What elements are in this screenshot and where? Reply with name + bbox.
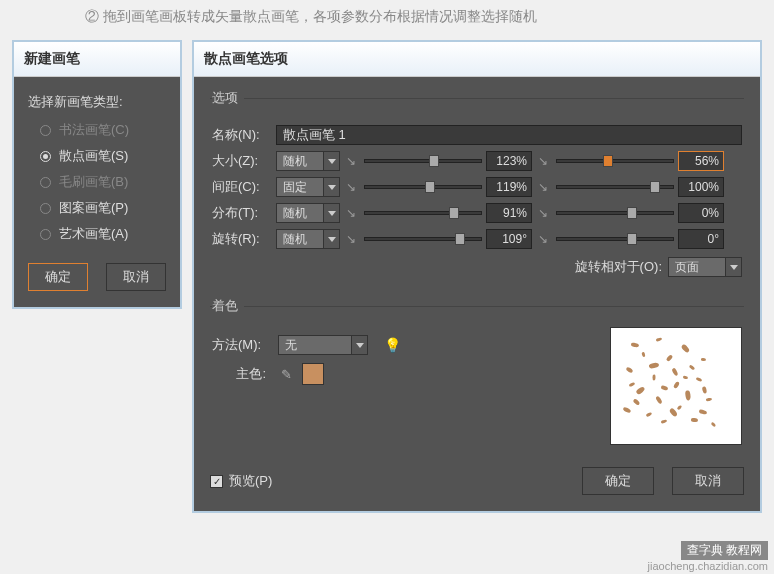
chevron-down-icon bbox=[351, 336, 367, 354]
options-fieldset: 选项 名称(N): 大小(Z): 随机 ↘ ↘ 间距(C): 固定 ↘ ↘ bbox=[210, 89, 744, 289]
cancel-button[interactable]: 取消 bbox=[106, 263, 166, 291]
chevron-down-icon bbox=[323, 204, 339, 222]
preview-checkbox[interactable]: ✓ 预览(P) bbox=[210, 472, 272, 490]
new-brush-title: 新建画笔 bbox=[14, 42, 180, 77]
radio-art[interactable]: 艺术画笔(A) bbox=[40, 225, 166, 243]
mode-dropdown[interactable]: 随机 bbox=[276, 203, 340, 223]
chevron-down-icon bbox=[725, 258, 741, 276]
name-input[interactable] bbox=[276, 125, 742, 145]
ok-button[interactable]: 确定 bbox=[28, 263, 88, 291]
colorize-fieldset: 着色 方法(M): 无 💡 主色: ✎ bbox=[210, 297, 744, 453]
slider-track-1[interactable] bbox=[364, 159, 482, 163]
options-legend: 选项 bbox=[212, 89, 244, 107]
radio-bristle[interactable]: 毛刷画笔(B) bbox=[40, 173, 166, 191]
link-arrow-icon: ↘ bbox=[346, 154, 360, 168]
value-1[interactable] bbox=[486, 177, 532, 197]
slider-track-2[interactable] bbox=[556, 237, 674, 241]
link-arrow-icon: ↘ bbox=[346, 232, 360, 246]
keycolor-label: 主色: bbox=[212, 365, 270, 383]
value-2[interactable] bbox=[678, 151, 724, 171]
new-brush-dialog: 新建画笔 选择新画笔类型: 书法画笔(C) 散点画笔(S) 毛刷画笔(B) 图案… bbox=[12, 40, 182, 309]
link-arrow-icon: ↘ bbox=[346, 206, 360, 220]
tip-icon[interactable]: 💡 bbox=[384, 337, 401, 353]
method-dropdown[interactable]: 无 bbox=[278, 335, 368, 355]
watermark: 查字典 教程网 jiaocheng.chazidian.com bbox=[648, 541, 768, 572]
link-arrow-icon: ↘ bbox=[538, 154, 552, 168]
select-type-label: 选择新画笔类型: bbox=[28, 93, 166, 111]
colorize-legend: 着色 bbox=[212, 297, 244, 315]
method-label: 方法(M): bbox=[212, 336, 270, 354]
instruction-caption: ② 拖到画笔画板转成矢量散点画笔，各项参数分布根据情况调整选择随机 bbox=[0, 0, 774, 26]
row-label: 间距(C): bbox=[212, 178, 270, 196]
slider-track-1[interactable] bbox=[364, 211, 482, 215]
mode-dropdown[interactable]: 固定 bbox=[276, 177, 340, 197]
chevron-down-icon bbox=[323, 178, 339, 196]
checkbox-icon: ✓ bbox=[210, 475, 223, 488]
radio-pattern[interactable]: 图案画笔(P) bbox=[40, 199, 166, 217]
value-1[interactable] bbox=[486, 229, 532, 249]
slider-track-2[interactable] bbox=[556, 159, 674, 163]
cancel-button[interactable]: 取消 bbox=[672, 467, 744, 495]
scatter-options-title: 散点画笔选项 bbox=[194, 42, 760, 77]
brush-preview bbox=[610, 327, 742, 445]
ok-button[interactable]: 确定 bbox=[582, 467, 654, 495]
rotation-relative-dropdown[interactable]: 页面 bbox=[668, 257, 742, 277]
mode-dropdown[interactable]: 随机 bbox=[276, 229, 340, 249]
row-label: 大小(Z): bbox=[212, 152, 270, 170]
slider-track-2[interactable] bbox=[556, 185, 674, 189]
value-2[interactable] bbox=[678, 177, 724, 197]
row-label: 分布(T): bbox=[212, 204, 270, 222]
link-arrow-icon: ↘ bbox=[538, 180, 552, 194]
value-1[interactable] bbox=[486, 151, 532, 171]
chevron-down-icon bbox=[323, 152, 339, 170]
mode-dropdown[interactable]: 随机 bbox=[276, 151, 340, 171]
scatter-brush-options-dialog: 散点画笔选项 选项 名称(N): 大小(Z): 随机 ↘ ↘ 间距(C): 固定… bbox=[192, 40, 762, 513]
link-arrow-icon: ↘ bbox=[346, 180, 360, 194]
link-arrow-icon: ↘ bbox=[538, 206, 552, 220]
value-2[interactable] bbox=[678, 229, 724, 249]
value-1[interactable] bbox=[486, 203, 532, 223]
value-2[interactable] bbox=[678, 203, 724, 223]
eyedropper-icon[interactable]: ✎ bbox=[278, 366, 294, 382]
chevron-down-icon bbox=[323, 230, 339, 248]
slider-track-1[interactable] bbox=[364, 185, 482, 189]
row-label: 旋转(R): bbox=[212, 230, 270, 248]
slider-track-1[interactable] bbox=[364, 237, 482, 241]
radio-calligraphy[interactable]: 书法画笔(C) bbox=[40, 121, 166, 139]
name-label: 名称(N): bbox=[212, 126, 270, 144]
rotation-relative-label: 旋转相对于(O): bbox=[575, 258, 662, 276]
radio-scatter[interactable]: 散点画笔(S) bbox=[40, 147, 166, 165]
slider-track-2[interactable] bbox=[556, 211, 674, 215]
keycolor-swatch[interactable] bbox=[302, 363, 324, 385]
link-arrow-icon: ↘ bbox=[538, 232, 552, 246]
